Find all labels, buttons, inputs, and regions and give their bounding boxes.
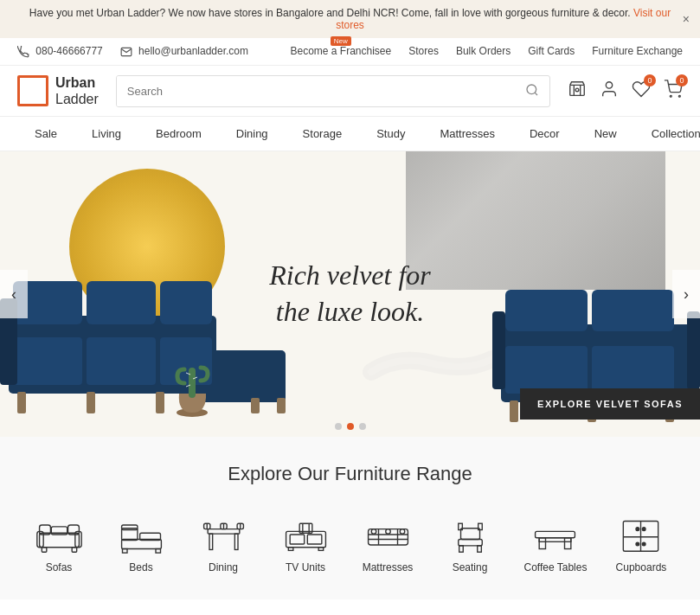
logo-text: Urban Ladder: [55, 74, 99, 107]
contact-bar: 080-46666777 hello@urbanladder.com Becom…: [0, 38, 700, 66]
logo-icon: [17, 75, 48, 106]
svg-rect-21: [251, 398, 260, 413]
svg-rect-35: [510, 400, 518, 422]
svg-rect-42: [42, 548, 47, 553]
sofas-icon: [35, 516, 83, 554]
slider-next-button[interactable]: ›: [672, 270, 700, 318]
svg-rect-15: [87, 337, 156, 385]
svg-point-8: [678, 95, 680, 97]
top-nav-bulk[interactable]: Bulk Orders: [456, 45, 511, 57]
svg-rect-61: [286, 532, 325, 548]
search-button[interactable]: [515, 76, 549, 106]
svg-rect-22: [277, 398, 286, 413]
svg-rect-53: [209, 534, 213, 549]
top-nav-stores[interactable]: Stores: [408, 45, 439, 57]
furniture-item-cupboards[interactable]: Cupboards: [600, 507, 682, 582]
mattresses-icon: [364, 516, 412, 554]
logo-urban: Urban: [55, 74, 99, 91]
svg-rect-29: [505, 290, 588, 331]
svg-line-1: [535, 93, 537, 95]
svg-rect-83: [536, 532, 575, 538]
tv-units-label: TV Units: [286, 561, 325, 573]
store-locator-icon: [568, 80, 587, 99]
nav-storage[interactable]: Storage: [286, 117, 360, 151]
logo-ladder: Ladder: [55, 91, 99, 107]
search-input[interactable]: [117, 76, 515, 106]
cupboards-label: Cupboards: [616, 561, 667, 573]
nav-decor[interactable]: Decor: [512, 117, 577, 151]
svg-rect-2: [570, 85, 585, 95]
svg-rect-54: [234, 534, 238, 549]
svg-rect-86: [540, 538, 572, 542]
furniture-item-mattresses[interactable]: Mattresses: [347, 507, 429, 582]
nav-mattresses[interactable]: Mattresses: [422, 117, 512, 151]
svg-point-0: [527, 85, 536, 94]
account-icon: [600, 80, 619, 99]
furniture-item-dining[interactable]: Dining: [183, 507, 265, 582]
sofas-label: Sofas: [46, 561, 73, 573]
banner-text: Have you met Urban Ladder? We now have s…: [29, 7, 631, 19]
top-nav-exchange[interactable]: Furniture Exchange: [592, 45, 683, 57]
top-banner: Have you met Urban Ladder? We now have s…: [0, 0, 700, 38]
svg-rect-77: [460, 529, 479, 540]
svg-rect-33: [492, 311, 505, 389]
furniture-item-sofas[interactable]: Sofas: [18, 507, 100, 582]
nav-collections[interactable]: Collections: [634, 117, 700, 151]
nav-sale[interactable]: Sale: [17, 117, 74, 151]
slider-prev-button[interactable]: ‹: [0, 270, 28, 318]
slider-dot-3[interactable]: [359, 423, 366, 430]
phone-number: 080-46666777: [17, 45, 103, 58]
logo[interactable]: Urban Ladder: [17, 74, 99, 107]
svg-rect-68: [318, 548, 324, 551]
svg-rect-50: [156, 549, 161, 554]
wishlist-count: 0: [644, 74, 656, 86]
svg-point-90: [636, 528, 639, 531]
nav-dining[interactable]: Dining: [219, 117, 286, 151]
nav-new[interactable]: New: [577, 117, 634, 151]
dining-icon: [200, 516, 247, 554]
cupboards-icon: [617, 516, 665, 554]
furniture-item-tv-units[interactable]: TV Units: [265, 507, 347, 582]
svg-rect-62: [290, 535, 305, 544]
svg-rect-67: [288, 548, 293, 551]
store-locator-button[interactable]: [568, 80, 587, 103]
svg-rect-20: [156, 392, 164, 413]
svg-point-93: [643, 542, 646, 546]
top-nav: Become a Franchisee Stores Bulk Orders G…: [290, 45, 683, 57]
explore-velvet-sofas-button[interactable]: EXPLORE VELVET SOFAS: [520, 388, 700, 420]
hero-slider: Rich velvet for the luxe look.: [0, 151, 700, 437]
top-nav-gift[interactable]: Gift Cards: [528, 45, 575, 57]
furniture-item-seating[interactable]: Seating: [429, 507, 511, 582]
svg-rect-48: [121, 525, 137, 530]
svg-rect-12: [87, 281, 156, 324]
svg-rect-85: [565, 538, 571, 549]
account-button[interactable]: [600, 80, 619, 103]
furniture-grid: Sofas Beds: [17, 507, 683, 582]
svg-point-92: [636, 542, 639, 546]
svg-rect-49: [122, 549, 127, 554]
slider-dot-2[interactable]: [347, 423, 354, 430]
wishlist-button[interactable]: 0: [632, 80, 651, 103]
nav-living[interactable]: Living: [74, 117, 138, 151]
furniture-item-beds[interactable]: Beds: [100, 507, 183, 582]
header: Urban Ladder: [0, 66, 700, 117]
svg-rect-13: [160, 281, 212, 324]
svg-rect-69: [368, 529, 408, 545]
tv-units-icon: [282, 516, 330, 554]
top-nav-franchisee[interactable]: Become a Franchisee: [290, 45, 391, 57]
header-icons: 0 0: [568, 80, 683, 103]
svg-rect-24: [189, 368, 196, 398]
svg-rect-46: [121, 540, 161, 549]
cart-button[interactable]: 0: [664, 80, 683, 103]
svg-rect-84: [540, 538, 546, 549]
nav-study[interactable]: Study: [359, 117, 422, 151]
furniture-range-title: Explore Our Furniture Range: [17, 463, 683, 485]
furniture-item-coffee-tables[interactable]: Coffee Tables: [511, 507, 600, 582]
email-address: hello@urbanladder.com: [120, 45, 248, 58]
coffee-tables-icon: [531, 516, 579, 554]
banner-close[interactable]: ×: [683, 12, 690, 26]
svg-rect-63: [307, 535, 322, 544]
nav-bedroom[interactable]: Bedroom: [138, 117, 219, 151]
svg-rect-34: [687, 311, 700, 389]
slider-dot-1[interactable]: [335, 423, 342, 430]
